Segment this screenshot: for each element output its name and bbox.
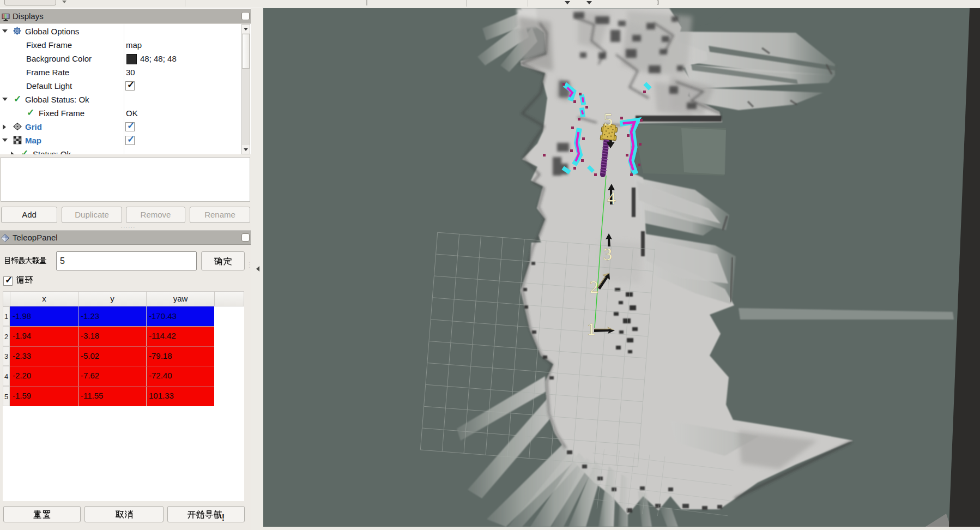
svg-text:4: 4 bbox=[607, 188, 616, 208]
svg-text:2: 2 bbox=[590, 277, 598, 297]
svg-text:1: 1 bbox=[587, 319, 596, 339]
svg-text:5: 5 bbox=[604, 110, 613, 129]
svg-text:3: 3 bbox=[603, 244, 612, 264]
